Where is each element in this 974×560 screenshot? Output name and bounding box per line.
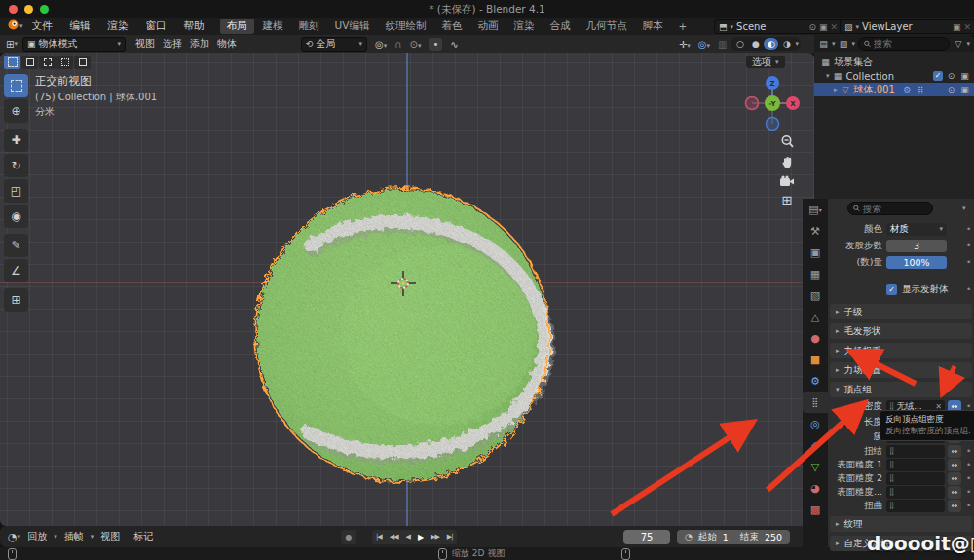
vg-roughness2-invert-button[interactable]: ↔: [948, 472, 961, 485]
vg-kink-field[interactable]: ⣿: [886, 445, 945, 458]
zoom-icon[interactable]: [780, 134, 795, 149]
color-dropdown[interactable]: 材质▾: [886, 223, 947, 236]
duplicate-icon[interactable]: ▣: [953, 22, 961, 32]
timeline-menu-markers[interactable]: 标记: [133, 530, 153, 543]
blender-logo-icon[interactable]: [7, 19, 19, 34]
tool-scale[interactable]: ◰: [4, 179, 28, 203]
current-frame-field[interactable]: 75: [623, 530, 670, 544]
viewlayer-selector[interactable]: ▧▾ ViewLayer ▣ ✕: [840, 19, 974, 34]
expand-arrow-icon[interactable]: ▸: [834, 86, 838, 93]
play-button[interactable]: ▶: [414, 533, 427, 541]
workspace-tab-rendering[interactable]: 渲染: [506, 19, 541, 34]
tab-particles-icon[interactable]: ⣿: [803, 392, 828, 413]
section-hair-shape[interactable]: ▸毛发形状: [830, 323, 972, 339]
shading-rendered-icon[interactable]: ◑: [779, 38, 794, 50]
select-set-button[interactable]: [4, 56, 20, 69]
snap-target-icon[interactable]: ⊙▾: [409, 39, 421, 50]
workspace-tab-uv[interactable]: UV编辑: [328, 19, 377, 34]
animate-dot[interactable]: •: [966, 257, 971, 267]
vg-roughness1-invert-button[interactable]: ↔: [948, 459, 961, 471]
amount-slider[interactable]: 100%: [886, 256, 947, 269]
start-value[interactable]: 1: [723, 532, 729, 542]
workspace-tab-animation[interactable]: 动画: [470, 19, 505, 34]
show-emitter-checkbox[interactable]: ✓: [886, 284, 897, 295]
vg-roughness-end-invert-button[interactable]: ↔: [948, 486, 961, 499]
tab-viewlayer-icon[interactable]: ▧: [803, 284, 828, 306]
chevron-down-icon[interactable]: ▾: [962, 205, 966, 212]
editor-type-properties-icon[interactable]: ▤▾: [803, 199, 828, 220]
display-mode-icon[interactable]: ▧: [839, 39, 849, 49]
minimize-window-icon[interactable]: [24, 5, 33, 14]
tool-measure[interactable]: ∠: [4, 259, 28, 282]
section-force-settings[interactable]: ▸力场设置: [830, 362, 972, 378]
tool-select-box[interactable]: [4, 74, 28, 97]
close-icon[interactable]: ✕: [830, 22, 838, 32]
falloff-curve-icon[interactable]: ∿: [450, 39, 458, 50]
workspace-tab-sculpting[interactable]: 雕刻: [292, 19, 326, 34]
section-field-weights[interactable]: ▸力场权重: [830, 343, 972, 358]
timeline-menu-keying[interactable]: 插帧: [64, 530, 84, 543]
select-subtract-button[interactable]: [39, 56, 56, 69]
vg-twist-invert-button[interactable]: ↔: [948, 500, 961, 512]
animate-dot[interactable]: •: [966, 446, 971, 456]
jump-to-start-button[interactable]: |◀: [372, 533, 386, 541]
menu-add[interactable]: 添加: [190, 37, 209, 51]
timeline-menu-playback[interactable]: 回放: [27, 530, 47, 543]
menu-edit[interactable]: 编辑: [70, 19, 91, 33]
tab-constraints-icon[interactable]: ◈: [803, 434, 828, 456]
shading-wireframe-icon[interactable]: ○: [732, 38, 747, 50]
select-invert-button[interactable]: [56, 56, 73, 69]
animate-dot[interactable]: •: [966, 241, 971, 250]
shading-solid-icon[interactable]: ●: [748, 38, 763, 50]
hide-eye-icon[interactable]: ⊙: [946, 85, 956, 94]
pan-hand-icon[interactable]: [780, 155, 795, 169]
end-value[interactable]: 250: [765, 532, 782, 542]
tab-scene-icon[interactable]: △: [803, 306, 828, 327]
proportional-editing-icon[interactable]: •: [429, 38, 442, 51]
snap-magnet-icon[interactable]: ∩: [394, 39, 401, 50]
next-keyframe-button[interactable]: ▶▶: [427, 533, 443, 541]
select-intersect-button[interactable]: [74, 56, 91, 69]
workspace-tab-compositing[interactable]: 合成: [543, 19, 577, 34]
tab-object-icon[interactable]: ■: [803, 349, 828, 370]
outliner-row-scene-collection[interactable]: ▦ 场景集合: [814, 56, 974, 69]
tennis-ball-object[interactable]: [239, 168, 570, 504]
tool-move[interactable]: ✚: [4, 129, 28, 152]
animate-dot[interactable]: •: [966, 224, 971, 234]
tab-modifiers-icon[interactable]: ⚙: [803, 370, 828, 392]
workspace-tab-layout[interactable]: 布局: [220, 19, 254, 34]
camera-view-icon[interactable]: [779, 175, 795, 188]
shading-material-icon[interactable]: ◐: [764, 38, 778, 50]
tab-material-icon[interactable]: ◕: [803, 477, 828, 499]
outliner-row-collection[interactable]: ▾ ▦ Collection ✓ ⊙ ▣: [814, 69, 974, 83]
disable-render-camera-icon[interactable]: ▣: [959, 71, 970, 81]
toggle-ortho-grid-icon[interactable]: ⊞: [782, 194, 793, 206]
menu-render[interactable]: 渲染: [108, 19, 129, 33]
pin-icon[interactable]: ⊙: [808, 22, 816, 32]
transform-orientation-selector[interactable]: ⟲ 全局 ▾: [301, 37, 367, 52]
tab-render-icon[interactable]: ▣: [803, 242, 828, 263]
prev-keyframe-button[interactable]: ◀◀: [386, 533, 402, 541]
workspace-tab-texturepaint[interactable]: 纹理绘制: [378, 19, 432, 34]
section-children[interactable]: ▸子级: [830, 304, 972, 319]
select-extend-button[interactable]: [21, 56, 38, 69]
vg-roughness1-field[interactable]: ⣿: [886, 459, 945, 471]
editor-type-timeline-icon[interactable]: ◔: [8, 531, 18, 543]
show-overlays-icon[interactable]: ◎▾: [698, 39, 710, 50]
animate-dot[interactable]: •: [966, 501, 971, 510]
3d-viewport[interactable]: 正交前视图 (75) Collection | 球体.001 分米 ⊕ ✚ ↻ …: [0, 53, 814, 526]
frame-range-fields[interactable]: ◔ 起始 1 结束 250: [677, 530, 790, 544]
vg-roughness-end-field[interactable]: ⣿: [886, 486, 945, 499]
expand-arrow-icon[interactable]: ▾: [826, 72, 830, 80]
menu-select[interactable]: 选择: [163, 37, 182, 51]
exclude-checkbox[interactable]: ✓: [933, 71, 943, 81]
section-textures[interactable]: ▸纹理: [830, 516, 972, 532]
tab-world-icon[interactable]: ●: [803, 327, 828, 349]
outliner-search-input[interactable]: [874, 38, 944, 49]
scene-selector[interactable]: ⬒▾ Scene ⊙ ▣ ✕: [714, 19, 843, 34]
vg-roughness2-field[interactable]: ⣿: [886, 472, 945, 485]
tool-rotate[interactable]: ↻: [4, 154, 28, 177]
tab-output-icon[interactable]: ▦: [803, 263, 828, 284]
vg-twist-field[interactable]: ⣿: [886, 500, 945, 512]
properties-search-input[interactable]: [863, 204, 927, 214]
